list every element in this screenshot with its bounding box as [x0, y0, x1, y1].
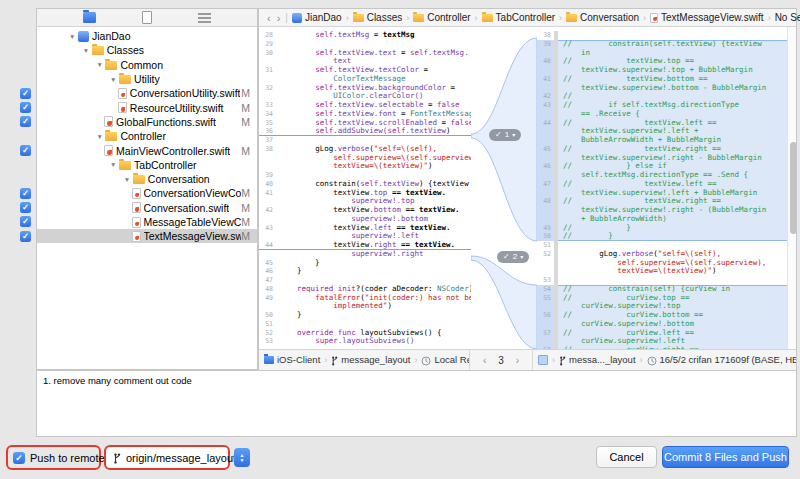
file-checkbox[interactable]: ✓ [20, 102, 31, 113]
cancel-button[interactable]: Cancel [596, 446, 657, 468]
jump-bar-label: message_layout [341, 354, 410, 365]
file-checkbox[interactable]: ✓ [20, 188, 31, 199]
commit-and-push-button[interactable]: Commit 8 Files and Push [662, 446, 789, 468]
base-code-pane[interactable]: 3839// constrain(self.textView) {textVie… [537, 27, 787, 349]
tree-row[interactable]: ✓ResourceUtility.swiftM [37, 100, 257, 114]
jump-bar-item[interactable]: messa..._layout [559, 354, 636, 365]
file-checkbox[interactable]: ✓ [20, 88, 31, 99]
diff-change-badge-1[interactable]: ✓1▾ [489, 129, 521, 141]
disclosure-triangle-icon[interactable]: ▼ [69, 33, 78, 40]
flat-file-view-icon[interactable] [142, 11, 152, 24]
tree-row[interactable]: ▼Controller [37, 129, 257, 143]
line-number: 35 [259, 119, 276, 128]
line-number: 39 [537, 40, 554, 49]
jump-bar-item[interactable]: Local Revision [421, 354, 469, 365]
line-number: 38 [259, 145, 276, 154]
disclosure-triangle-icon[interactable]: ▼ [110, 76, 119, 83]
file-checkbox[interactable]: ✓ [20, 216, 31, 227]
breadcrumb-item[interactable]: Classes [353, 12, 403, 23]
line-number: 28 [259, 31, 276, 40]
breadcrumb-item[interactable]: Conversation [566, 12, 639, 23]
disclosure-triangle-icon[interactable]: ▼ [96, 133, 105, 140]
jump-bar-item[interactable]: iOS-Client [264, 354, 320, 365]
file-checkbox[interactable]: ✓ [20, 116, 31, 127]
line-number [259, 75, 276, 84]
back-button[interactable]: ‹ [264, 12, 274, 24]
file-status-badge: M [241, 87, 257, 99]
breadcrumb-label: Conversation [580, 12, 639, 23]
tree-row[interactable]: ✓GlobalFunctions.swiftM [37, 115, 257, 129]
remote-branch-dropdown[interactable]: origin/message_layout [126, 452, 236, 464]
folder-icon [566, 14, 577, 22]
folder-view-icon[interactable] [83, 12, 96, 23]
breadcrumb-item[interactable]: TabController [482, 12, 555, 23]
line-number: 52 [537, 250, 554, 259]
tree-row[interactable]: ✓ConversationViewController.swiftM [37, 186, 257, 200]
line-number [537, 66, 554, 75]
line-number: 43 [259, 224, 276, 233]
disclosure-triangle-icon[interactable]: ▼ [124, 176, 133, 183]
tree-row[interactable]: ✓TextMessageView.swiftM [37, 229, 257, 243]
line-number: 57 [537, 329, 554, 338]
breadcrumb-item[interactable]: No Selection [775, 12, 800, 23]
breadcrumb-separator-icon: › [555, 13, 566, 23]
push-to-remote-checkbox[interactable]: ✓ [13, 452, 25, 464]
diff-change-badge-2[interactable]: ✓2▾ [497, 251, 529, 263]
breadcrumb-item[interactable]: Controller [413, 12, 470, 23]
line-number: 51 [537, 241, 554, 250]
change-bar [554, 101, 558, 110]
tree-row[interactable]: ✓ConversationUtility.swiftM [37, 86, 257, 100]
file-checkbox[interactable]: ✓ [20, 145, 31, 156]
jump-bar-separator-icon: › [320, 355, 331, 365]
hierarchical-view-icon[interactable] [198, 12, 211, 23]
scrollbar-thumb[interactable] [790, 142, 796, 234]
line-number: 40 [259, 180, 276, 189]
bottom-action-bar: ✓ Push to remote: origin/message_layout … [0, 437, 800, 479]
jump-bar-item[interactable]: 16/5/2 crifan 171609f (BASE, HEAD) [647, 354, 796, 365]
file-checkbox[interactable]: ✓ [20, 202, 31, 213]
tree-row[interactable]: ▼TabController [37, 158, 257, 172]
tree-row[interactable]: ▼Conversation [37, 172, 257, 186]
diff-editor: ‹ › | JianDao›Classes›Controller›TabCont… [258, 8, 797, 370]
tree-row[interactable]: ✓MainViewController.swiftM [37, 143, 257, 157]
change-bar [554, 215, 558, 224]
next-change-button[interactable]: › [516, 355, 519, 366]
line-number: 52 [259, 329, 276, 338]
tree-row[interactable]: ▼Utility [37, 72, 257, 86]
change-bar [554, 31, 558, 40]
jump-bar-item[interactable]: message_layout [331, 354, 410, 365]
chevron-down-icon: ▾ [520, 251, 523, 263]
folder-icon [264, 356, 274, 364]
jump-bar-separator-icon: › [636, 355, 647, 365]
line-number [537, 320, 554, 329]
jump-bar-item[interactable] [538, 355, 548, 365]
tree-row[interactable]: ▼Common [37, 58, 257, 72]
tree-row[interactable]: ▼JianDao [37, 29, 257, 43]
line-number: 45 [259, 259, 276, 268]
disclosure-triangle-icon[interactable]: ▼ [110, 161, 119, 168]
local-code-pane[interactable]: 28 self.textMsg = textMsg2930 self.textV… [259, 27, 471, 349]
change-bar [554, 136, 558, 145]
tree-row[interactable]: ✓MessageTableViewController.swiftM [37, 215, 257, 229]
line-number [537, 337, 554, 346]
disclosure-triangle-icon[interactable]: ▼ [96, 61, 105, 68]
tree-row[interactable]: ✓Conversation.swiftM [37, 201, 257, 215]
line-number: 47 [259, 276, 276, 285]
file-checkbox[interactable]: ✓ [20, 231, 31, 242]
breadcrumb-item[interactable]: TextMessageView.swift [650, 12, 764, 23]
previous-change-button[interactable]: ‹ [483, 355, 486, 366]
branch-dropdown-stepper[interactable]: ▲▼ [234, 448, 250, 467]
change-bar [554, 40, 558, 49]
commit-message-input[interactable]: 1. remove many comment out code [36, 370, 797, 437]
tree-row[interactable]: ▼Classes [37, 43, 257, 57]
line-number [537, 259, 554, 268]
editor-scrollbar[interactable] [787, 27, 796, 349]
line-number: 34 [259, 110, 276, 119]
disclosure-triangle-icon[interactable]: ▼ [83, 47, 92, 54]
line-number: 48 [259, 285, 276, 294]
swift-file-icon [104, 116, 113, 127]
line-number: 58 [537, 346, 554, 349]
breadcrumb-item[interactable]: JianDao [292, 12, 342, 23]
forward-button[interactable]: › [274, 12, 284, 24]
line-number [537, 110, 554, 119]
